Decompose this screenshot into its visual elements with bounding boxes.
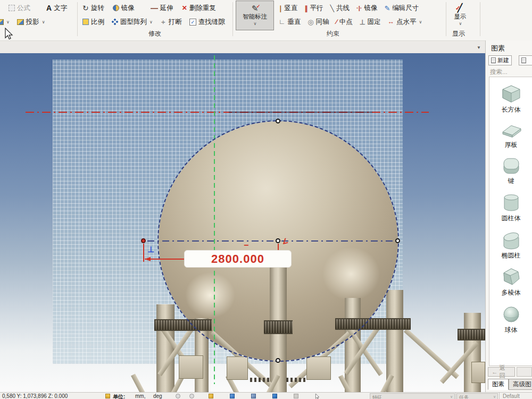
- search-input[interactable]: 搜索...: [490, 68, 508, 76]
- dimension-extension-line: [143, 244, 144, 262]
- profile-default-label: Default: [503, 393, 520, 399]
- parallel-constraint-button[interactable]: ∥ 平行: [304, 4, 323, 13]
- statusbar-separator: [455, 393, 456, 399]
- vertical-constraint-button[interactable]: ∣ 竖直: [279, 4, 297, 13]
- bolt-row: [286, 378, 307, 382]
- circle-top-point[interactable]: [276, 119, 280, 123]
- status-icon-cube-yellow[interactable]: [209, 394, 213, 398]
- tab-advanced-elements[interactable]: 高级图: [509, 379, 532, 390]
- task-field[interactable]: 任务 ∨: [456, 393, 498, 399]
- chevron-down-icon: ∨: [254, 21, 257, 26]
- junction-box: [179, 355, 203, 379]
- circle-right-point[interactable]: [395, 238, 400, 243]
- chevron-down-icon: ∨: [493, 395, 496, 399]
- extend-button[interactable]: 延伸: [151, 4, 173, 13]
- mirror-button[interactable]: 镜像: [113, 4, 135, 13]
- status-icon-cube-blue2[interactable]: [272, 394, 277, 398]
- cuboid-icon: [500, 84, 523, 104]
- 3d-viewport[interactable]: 2800.000 ⊥ − ∠: [0, 53, 485, 392]
- cylinder-icon: [500, 193, 523, 213]
- display-button[interactable]: ✓╱ 显示 ∨: [448, 1, 472, 30]
- chevron-down-icon: ∨: [459, 21, 462, 26]
- chevron-down-icon: ∨: [419, 20, 422, 24]
- list-item-key[interactable]: 键: [489, 156, 532, 186]
- dimension-anchor-point[interactable]: [141, 238, 146, 243]
- text-button[interactable]: A 文字: [46, 4, 67, 13]
- panel-collapse-arrow-icon[interactable]: ▼: [477, 45, 481, 50]
- text-icon: A: [46, 4, 52, 12]
- new-button[interactable]: 新建: [488, 55, 512, 65]
- sphere-icon: [500, 304, 523, 325]
- status-icon-shape[interactable]: [251, 394, 256, 398]
- point-horizontal-button[interactable]: ↔ 点水平 ∨: [388, 18, 422, 27]
- perpendicular-icon: ∟: [279, 18, 285, 26]
- list-item-polyhedron[interactable]: 多棱体: [489, 267, 532, 297]
- projection-button[interactable]: 投影 ∨: [17, 18, 45, 27]
- midpoint-constraint-button[interactable]: ∕ 中点: [336, 18, 353, 27]
- parallel-icon: ∥: [304, 4, 307, 12]
- circle-bottom-point[interactable]: [276, 358, 280, 363]
- ribbon-toolbar: 公式 A 文字 ∨ 投影 ∨ ↻ 旋转 镜像 延伸: [0, 0, 532, 40]
- delete-duplicate-icon: ✕: [182, 4, 187, 12]
- status-icon-cube-blue[interactable]: [230, 394, 235, 398]
- units-mm: mm,: [135, 393, 145, 399]
- document-icon: [521, 57, 526, 63]
- back-button[interactable]: ← 返回: [488, 367, 515, 377]
- perpendicular-constraint-button[interactable]: ∟ 垂直: [279, 18, 301, 27]
- circular-array-icon: [112, 19, 118, 25]
- status-cursor-icon: [315, 394, 320, 399]
- list-item-cylinder[interactable]: 圆柱体: [489, 193, 532, 223]
- display-group-label: 显示: [452, 29, 465, 38]
- minus-glyph: −: [244, 240, 248, 250]
- red-centerline-dark-segment: [229, 112, 372, 113]
- key-icon: [500, 156, 523, 176]
- edit-dimension-button[interactable]: ✎ 编辑尺寸: [384, 4, 419, 13]
- elliptic-cylinder-icon: [500, 230, 523, 250]
- display-icon: ✓╱: [455, 5, 465, 12]
- fixed-constraint-button[interactable]: ⊥ 固定: [360, 18, 381, 27]
- canvas-top-strip: ▼: [0, 40, 485, 53]
- rotate-button[interactable]: ↻ 旋转: [82, 4, 104, 13]
- group-separator: [480, 2, 480, 36]
- find-gap-button[interactable]: ✓ 查找缝隙: [189, 18, 225, 27]
- list-item-sphere[interactable]: 球体: [489, 304, 532, 335]
- scale-button[interactable]: 比例: [82, 18, 104, 27]
- mirror-icon: [113, 5, 119, 11]
- junction-box: [227, 356, 248, 380]
- coaxial-constraint-button[interactable]: ◎ 同轴: [307, 18, 329, 27]
- flange-connector: [458, 329, 485, 340]
- collinear-constraint-button[interactable]: ╲ 共线: [330, 4, 350, 13]
- group-separator: [446, 2, 446, 36]
- plate-icon: [500, 121, 523, 139]
- chevron-down-icon: ∨: [450, 395, 453, 399]
- formula-button[interactable]: 公式: [9, 4, 30, 13]
- collinear-icon: ╲: [330, 4, 335, 12]
- dimension-value-label[interactable]: 2800.000: [184, 250, 292, 268]
- list-item-elliptic-cylinder[interactable]: 椭圆柱: [489, 230, 532, 260]
- circle-center-point[interactable]: [276, 238, 280, 243]
- feature-filter-field[interactable]: 特征 ∨: [370, 393, 455, 399]
- tank-leg-column: [156, 304, 174, 392]
- group-separator: [232, 2, 233, 36]
- a-frame-bar: [131, 373, 159, 392]
- status-icon-gray[interactable]: [294, 394, 298, 398]
- circular-array-button[interactable]: 圆型阵列 ∨: [112, 18, 153, 27]
- status-icon-circle: [176, 394, 180, 398]
- tab-elements[interactable]: 图素: [488, 379, 509, 390]
- list-item-cuboid[interactable]: 长方体: [489, 84, 532, 114]
- list-item-plate[interactable]: 厚板: [489, 121, 532, 149]
- secondary-button-partial[interactable]: [519, 55, 532, 65]
- group-separator: [77, 2, 78, 36]
- smart-dimension-button[interactable]: ✎✓ 智能标注 ∨: [236, 1, 274, 30]
- mirror-constraint-button[interactable]: ·|· 镜像: [356, 4, 377, 13]
- bolt-row: [250, 378, 271, 382]
- units-deg: deg: [153, 393, 162, 399]
- chevron-down-icon: ∨: [6, 20, 10, 24]
- break-button[interactable]: ＋ 打断: [160, 18, 182, 27]
- remove-duplicate-button[interactable]: ✕ 删除重复: [182, 4, 216, 13]
- new-document-icon: [491, 57, 496, 63]
- slot-button-partial[interactable]: ∨: [0, 19, 10, 25]
- perpendicular-constraint-glyph: ⊥: [147, 245, 154, 254]
- mouse-cursor: [4, 28, 14, 40]
- slot-icon: [0, 19, 4, 25]
